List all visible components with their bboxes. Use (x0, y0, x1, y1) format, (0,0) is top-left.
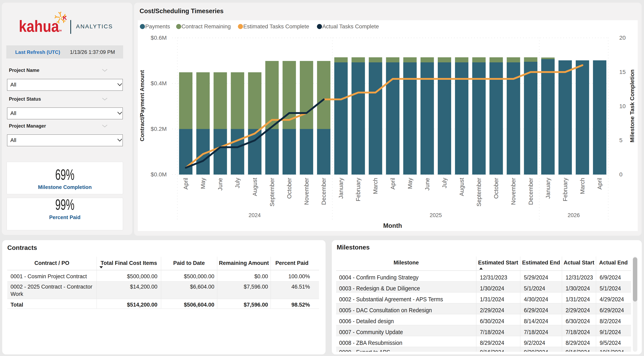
svg-text:$0.00: $0.00 (254, 273, 268, 280)
svg-text:Contract/Payment Amount: Contract/Payment Amount (139, 70, 145, 141)
svg-text:July: July (441, 178, 448, 188)
svg-text:$0.6M: $0.6M (151, 34, 167, 41)
svg-text:April: April (182, 178, 189, 190)
svg-text:July: July (234, 178, 241, 188)
svg-text:0005 - DAC Consultation on Red: 0005 - DAC Consultation on Redesign (339, 307, 432, 314)
svg-text:0009 - Export to APS: 0009 - Export to APS (339, 349, 390, 352)
svg-text:$7,596.00: $7,596.00 (244, 284, 268, 290)
svg-text:7/18/2024: 7/18/2024 (566, 329, 590, 335)
svg-text:March: March (372, 178, 378, 194)
svg-text:December: December (528, 178, 534, 205)
svg-text:$500,000.00: $500,000.00 (127, 273, 158, 280)
svg-text:9/2/2024: 9/2/2024 (524, 340, 545, 346)
svg-text:August: August (252, 178, 258, 196)
svg-text:0: 0 (619, 171, 622, 178)
svg-text:8/14/2024: 8/14/2024 (524, 318, 548, 325)
svg-text:6/9/2024: 6/9/2024 (600, 274, 621, 281)
svg-text:$514,200.00: $514,200.00 (127, 302, 158, 308)
svg-text:$0.0M: $0.0M (151, 171, 167, 178)
svg-text:10: 10 (619, 103, 626, 109)
svg-text:2/29/2024: 2/29/2024 (566, 307, 590, 314)
svg-text:9/16/2024: 9/16/2024 (480, 349, 504, 352)
svg-text:Cost/Scheduling Timeseries: Cost/Scheduling Timeseries (140, 7, 224, 14)
svg-text:December: December (320, 178, 327, 205)
svg-text:20: 20 (619, 34, 626, 41)
svg-text:0004 - Confirm Funding Strateg: 0004 - Confirm Funding Strategy (339, 274, 418, 281)
svg-text:Actual Tasks Complete: Actual Tasks Complete (322, 23, 379, 29)
svg-text:6/29/2024: 6/29/2024 (600, 307, 624, 314)
svg-text:September: September (269, 178, 275, 207)
svg-text:2025: 2025 (430, 212, 442, 218)
svg-text:6/30/2024: 6/30/2024 (566, 318, 590, 325)
svg-text:0003 - Redesign & Due Diligenc: 0003 - Redesign & Due Diligence (339, 285, 420, 292)
svg-text:Percent Paid: Percent Paid (275, 260, 308, 266)
svg-text:Milestone Task Completion: Milestone Task Completion (629, 69, 635, 142)
svg-text:0006 - Detailed design: 0006 - Detailed design (339, 318, 394, 325)
svg-text:June: June (424, 178, 430, 191)
svg-text:$0.4M: $0.4M (151, 80, 167, 86)
svg-text:5/1/2024: 5/1/2024 (524, 285, 545, 292)
svg-text:0002 - 2025 Contract - Contrac: 0002 - 2025 Contract - Contractor (10, 284, 92, 290)
svg-text:Paid to Date: Paid to Date (173, 260, 205, 266)
svg-text:0007 - Community Update: 0007 - Community Update (339, 329, 403, 335)
svg-text:Estimated Tasks Complete: Estimated Tasks Complete (243, 23, 309, 29)
svg-text:7/18/2024: 7/18/2024 (524, 329, 548, 335)
svg-text:Remaining Amount: Remaining Amount (219, 260, 269, 266)
svg-text:0008 - ZBA Resubmission: 0008 - ZBA Resubmission (339, 340, 402, 346)
svg-text:Total Final Cost Items: Total Final Cost Items (101, 260, 157, 266)
svg-text:Contract Remaining: Contract Remaining (182, 23, 231, 29)
svg-text:9/5/2024: 9/5/2024 (600, 340, 621, 346)
svg-text:8/29/2024: 8/29/2024 (566, 340, 590, 346)
svg-text:June: June (217, 178, 224, 191)
svg-text:$14,200.00: $14,200.00 (130, 284, 158, 290)
svg-text:January: January (338, 178, 344, 199)
svg-text:Month: Month (383, 222, 402, 229)
svg-text:7/18/2024: 7/18/2024 (480, 329, 504, 335)
svg-text:$6,604.00: $6,604.00 (190, 284, 214, 290)
svg-text:5: 5 (619, 137, 622, 143)
svg-text:Work: Work (10, 291, 23, 297)
svg-text:98.52%: 98.52% (291, 302, 310, 308)
svg-text:0002 - Substantial Agreement -: 0002 - Substantial Agreement - APS Terms (339, 296, 443, 303)
svg-text:4/29/2024: 4/29/2024 (600, 296, 624, 303)
svg-text:August: August (458, 178, 465, 196)
svg-text:Estimated Start: Estimated Start (478, 260, 518, 266)
svg-text:October: October (286, 178, 292, 199)
svg-text:12/31/2023: 12/31/2023 (566, 274, 593, 281)
svg-text:May: May (407, 178, 413, 189)
svg-text:5/29/2024: 5/29/2024 (524, 274, 548, 281)
svg-text:9/16/2024: 9/16/2024 (566, 349, 590, 352)
svg-text:Total: Total (10, 302, 23, 308)
svg-text:10/1/2024: 10/1/2024 (600, 349, 624, 352)
svg-text:2/29/2024: 2/29/2024 (480, 307, 504, 314)
svg-text:Actual End: Actual End (599, 260, 628, 266)
svg-text:2026: 2026 (568, 212, 580, 218)
svg-text:February: February (562, 178, 568, 202)
svg-text:April: April (390, 178, 396, 190)
svg-text:15: 15 (619, 69, 626, 75)
svg-text:September: September (476, 178, 482, 207)
svg-text:October: October (493, 178, 499, 199)
svg-text:$0.2M: $0.2M (151, 126, 167, 132)
svg-text:46.51%: 46.51% (291, 284, 310, 290)
svg-text:8/29/2024: 8/29/2024 (480, 340, 504, 346)
svg-text:1/31/2024: 1/31/2024 (480, 296, 504, 303)
svg-text:$506,604.00: $506,604.00 (184, 302, 214, 308)
svg-text:May: May (200, 178, 206, 189)
svg-text:January: January (545, 178, 551, 199)
svg-text:2024: 2024 (248, 212, 261, 218)
svg-text:6/30/2024: 6/30/2024 (480, 318, 504, 325)
svg-text:Milestone: Milestone (394, 260, 419, 266)
svg-text:Estimated End: Estimated End (522, 260, 560, 266)
svg-text:Actual Start: Actual Start (564, 260, 594, 266)
svg-text:5/1/2024: 5/1/2024 (600, 285, 621, 292)
svg-text:$500,000.00: $500,000.00 (184, 273, 214, 280)
svg-text:March: March (579, 178, 586, 194)
svg-text:Payments: Payments (145, 23, 170, 29)
svg-text:1/31/2024: 1/31/2024 (566, 296, 590, 303)
svg-text:6/29/2024: 6/29/2024 (524, 307, 548, 314)
svg-text:4/30/2024: 4/30/2024 (524, 296, 548, 303)
svg-text:0001 - Cosmin Project Contract: 0001 - Cosmin Project Contract (10, 273, 87, 280)
svg-text:April: April (596, 178, 603, 190)
svg-text:November: November (510, 178, 516, 205)
